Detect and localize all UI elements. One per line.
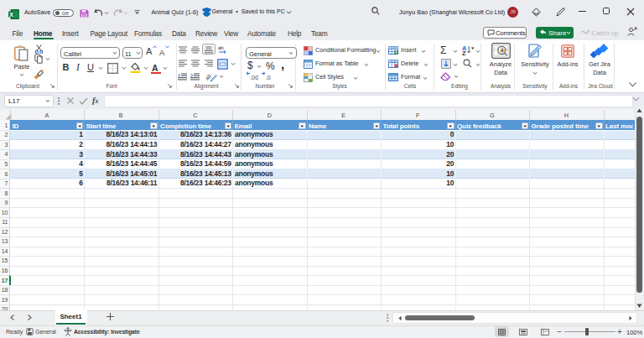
svg-text:.00: .00 (250, 73, 258, 81)
svg-text:Z: Z (462, 49, 466, 55)
svg-text:.0: .0 (266, 73, 271, 81)
svg-text:ab: ab (218, 45, 224, 50)
svg-text:X: X (9, 12, 13, 18)
